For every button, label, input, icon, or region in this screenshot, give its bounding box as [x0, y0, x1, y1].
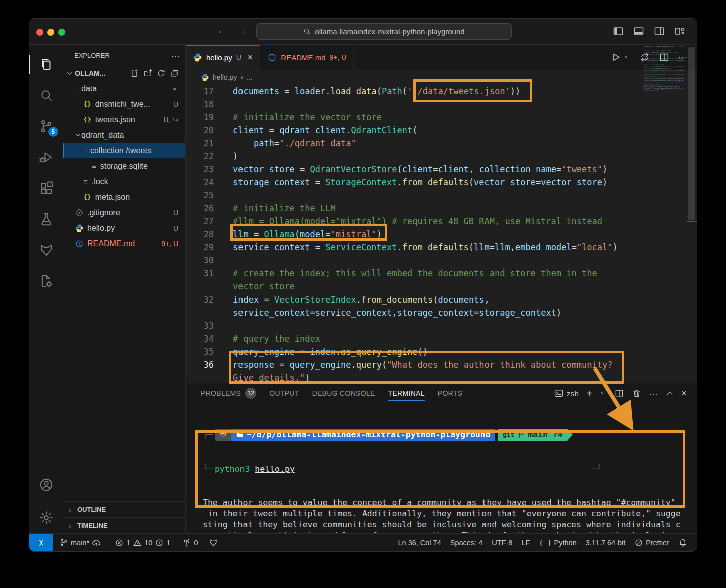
- close-window-button[interactable]: [36, 29, 43, 36]
- panel-tab-terminal[interactable]: TERMINAL: [388, 383, 425, 403]
- search-view-icon[interactable]: [29, 80, 63, 111]
- code-editor[interactable]: 17documents = loader.load_data(Path('./d…: [186, 85, 697, 384]
- code-line-34[interactable]: 34# query the index: [186, 332, 697, 345]
- code-line-24[interactable]: 24storage_context = StorageContext.from_…: [186, 176, 697, 189]
- code-line-32[interactable]: 32index = VectorStoreIndex.from_document…: [186, 293, 697, 306]
- code-line-26[interactable]: 26# initialize the LLM: [186, 202, 697, 215]
- minimize-window-button[interactable]: [47, 29, 54, 36]
- close-panel-icon[interactable]: ×: [681, 388, 687, 399]
- tree-item-hello-py[interactable]: hello.pyU: [63, 220, 185, 236]
- panel-tab-ports[interactable]: PORTS: [438, 383, 462, 403]
- toggle-primary-sidebar-icon[interactable]: [612, 25, 624, 37]
- minimap[interactable]: 17documents = loader.load_data(Path('./d…: [644, 46, 684, 96]
- timeline-section[interactable]: TIMELINE: [63, 517, 185, 533]
- tree-item-meta-json[interactable]: {}meta.json: [63, 189, 185, 205]
- terminal-shell-label[interactable]: zsh: [554, 388, 579, 398]
- indentation[interactable]: Spaces: 4: [447, 534, 487, 551]
- tree-item--gitignore[interactable]: .gitignoreU: [63, 205, 185, 220]
- sync-changes-icon[interactable]: [92, 538, 101, 547]
- editor-scrollbar[interactable]: [688, 47, 695, 220]
- accounts-icon[interactable]: [29, 469, 63, 500]
- maximize-panel-icon[interactable]: [666, 389, 674, 397]
- code-line-20[interactable]: 20client = qdrant_client.QdrantClient(: [186, 124, 697, 137]
- code-line-35[interactable]: 35query_engine = index.as_query_engine(): [186, 345, 697, 358]
- testing-view-icon[interactable]: [29, 204, 63, 235]
- code-line-36[interactable]: 36response = query_engine.query("What do…: [186, 358, 697, 371]
- tree-item-storage-sqlite[interactable]: ≡storage.sqlite: [63, 158, 185, 174]
- new-terminal-button[interactable]: +: [586, 388, 592, 399]
- eol-sequence[interactable]: LF: [518, 534, 533, 551]
- split-terminal-icon[interactable]: [614, 388, 624, 398]
- code-line-31[interactable]: 31# create the index; this will embed th…: [186, 267, 697, 280]
- breadcrumb-symbol[interactable]: ...: [247, 73, 253, 81]
- gitlens-view-icon[interactable]: [29, 235, 63, 266]
- toggle-panel-icon[interactable]: [633, 25, 645, 37]
- remote-explorer-view-icon[interactable]: [29, 266, 63, 297]
- notifications-bell[interactable]: [675, 534, 691, 551]
- formatter-status[interactable]: Prettier: [631, 534, 673, 551]
- tree-item-qdrant-data[interactable]: qdrant_data: [63, 127, 185, 143]
- panel-tab-problems[interactable]: PROBLEMS12: [201, 383, 256, 403]
- settings-gear-icon[interactable]: [29, 502, 63, 533]
- code-line-21[interactable]: 21 path="./qdrant_data": [186, 137, 697, 150]
- tree-item--lock[interactable]: ≡.lock: [63, 174, 185, 189]
- tree-item-readme-md[interactable]: README.md9+, U: [63, 236, 185, 251]
- tab-hello-py[interactable]: hello.py U ×: [186, 45, 260, 70]
- source-control-view-icon[interactable]: 5: [29, 111, 63, 142]
- collapse-all-icon[interactable]: [170, 69, 179, 78]
- python-interpreter[interactable]: 3.11.7 64-bit: [582, 534, 629, 551]
- refresh-explorer-icon[interactable]: [157, 69, 166, 78]
- new-folder-icon[interactable]: [143, 69, 152, 78]
- navigate-forward-button[interactable]: →: [234, 25, 249, 36]
- tree-item-tweets-json[interactable]: {}tweets.jsonU, ↪: [63, 112, 185, 127]
- tab-readme-md[interactable]: README.md 9+, U: [260, 45, 354, 70]
- code-line-17[interactable]: 17documents = loader.load_data(Path('./d…: [186, 85, 697, 98]
- terminal[interactable]: ╭─ ~/d/p/ollama-llamaindex-mixtral-pytho…: [203, 406, 692, 533]
- breadcrumb-file[interactable]: hello.py: [213, 73, 237, 81]
- extensions-view-icon[interactable]: [29, 173, 63, 204]
- tree-item-data[interactable]: data●: [63, 81, 185, 96]
- terminal-dropdown-icon[interactable]: [600, 390, 607, 397]
- encoding[interactable]: UTF-8: [488, 534, 516, 551]
- close-tab-icon[interactable]: ×: [248, 52, 253, 63]
- code-line-18[interactable]: 18: [186, 98, 697, 111]
- run-python-file-icon[interactable]: [610, 52, 621, 63]
- code-line-31[interactable]: vector store: [186, 280, 697, 293]
- code-line-22[interactable]: 22): [186, 150, 697, 163]
- gitlens-status[interactable]: [205, 534, 221, 551]
- git-branch-status[interactable]: main*: [53, 534, 104, 551]
- code-line-36[interactable]: Give details."): [186, 371, 697, 384]
- workspace-root-row[interactable]: OLLAM...: [63, 66, 185, 81]
- command-center-search[interactable]: ollama-llamaindex-mixtral-python-playgro…: [256, 23, 512, 40]
- panel-tab-debug-console[interactable]: DEBUG CONSOLE: [312, 383, 375, 403]
- new-file-icon[interactable]: [130, 69, 139, 78]
- explorer-view-icon[interactable]: [29, 49, 63, 80]
- panel-more-actions-icon[interactable]: ···: [649, 389, 658, 398]
- cursor-position[interactable]: Ln 36, Col 74: [394, 534, 444, 551]
- zoom-window-button[interactable]: [58, 29, 65, 36]
- breadcrumb[interactable]: hello.py › ...: [186, 70, 697, 85]
- code-line-29[interactable]: 29service_context = ServiceContext.from_…: [186, 241, 697, 254]
- code-line-30[interactable]: 30: [186, 254, 697, 267]
- feedback-status[interactable]: 0: [179, 534, 201, 551]
- code-line-23[interactable]: 23vector_store = QdrantVectorStore(clien…: [186, 163, 697, 176]
- kill-terminal-icon[interactable]: [632, 388, 642, 398]
- code-line-32[interactable]: service_context=service_context,storage_…: [186, 306, 697, 319]
- run-dropdown-icon[interactable]: [624, 54, 631, 61]
- outline-section[interactable]: OUTLINE: [63, 501, 185, 517]
- remote-indicator[interactable]: [29, 534, 53, 551]
- code-line-27[interactable]: 27#llm = Ollama(model="mixtral") # requi…: [186, 215, 697, 228]
- panel-tab-output[interactable]: OUTPUT: [269, 383, 299, 403]
- code-line-33[interactable]: 33: [186, 319, 697, 332]
- explorer-more-actions[interactable]: ···: [171, 51, 180, 60]
- problems-status[interactable]: 1 10 1: [111, 534, 174, 551]
- code-line-28[interactable]: 28llm = Ollama(model="mistral"): [186, 228, 697, 241]
- language-mode[interactable]: { }Python: [535, 534, 580, 551]
- code-line-25[interactable]: 25: [186, 189, 697, 202]
- tree-item-dnsmichi-twe-[interactable]: {}dnsmichi_twe...U: [63, 96, 185, 112]
- navigate-back-button[interactable]: ←: [215, 25, 229, 36]
- code-line-19[interactable]: 19# initialize the vector store: [186, 111, 697, 124]
- run-debug-view-icon[interactable]: [29, 142, 63, 173]
- customize-layout-icon[interactable]: [674, 25, 686, 37]
- tree-item-collection-[interactable]: collection / tweets: [63, 143, 185, 158]
